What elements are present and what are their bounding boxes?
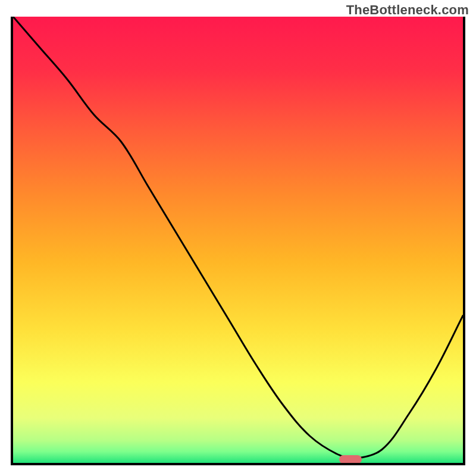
plot-border: [11, 17, 465, 465]
optimal-point-marker: [339, 455, 362, 463]
plot-area: [13, 17, 463, 463]
chart-frame: TheBottleneck.com: [0, 0, 476, 476]
bottleneck-curve: [13, 17, 463, 463]
watermark-text: TheBottleneck.com: [346, 2, 469, 18]
